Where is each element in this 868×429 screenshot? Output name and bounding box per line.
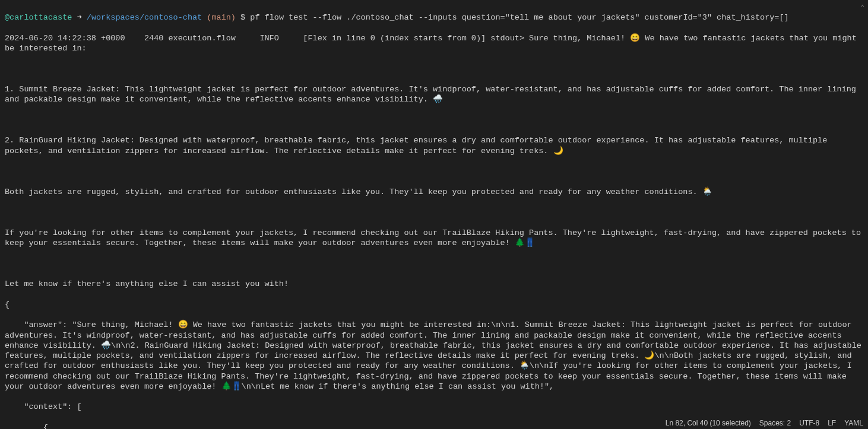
json-open-brace: { xyxy=(5,300,863,310)
log-prefix: [Flex in line 0 (index starts from 0)] s… xyxy=(303,34,529,43)
output-paragraph-5: Let me know if there's anything else I c… xyxy=(5,279,863,289)
scroll-up-icon[interactable]: ⌃ xyxy=(860,4,864,12)
status-lang[interactable]: YAML xyxy=(844,419,863,428)
output-paragraph-2: 2. RainGuard Hiking Jacket: Designed wit… xyxy=(5,135,863,156)
log-level: INFO xyxy=(259,34,278,43)
log-header: 2024-06-20 14:22:38 +0000 2440 execution… xyxy=(5,33,863,54)
status-spaces[interactable]: Spaces: 2 xyxy=(759,419,791,428)
blank-line xyxy=(5,64,863,74)
status-bar: Ln 82, Col 40 (10 selected) Spaces: 2 UT… xyxy=(666,418,863,429)
output-paragraph-4: If you're looking for other items to com… xyxy=(5,228,863,249)
json-answer: "answer": "Sure thing, Michael! 😄 We hav… xyxy=(5,320,863,392)
prompt-branch-close: ) xyxy=(231,13,236,22)
prompt-dollar: $ xyxy=(240,13,245,22)
prompt-branch: main xyxy=(211,13,230,22)
blank-line xyxy=(5,115,863,125)
output-paragraph-1: 1. Summit Breeze Jacket: This lightweigh… xyxy=(5,84,863,105)
output-paragraph-3: Both jackets are rugged, stylish, and cr… xyxy=(5,187,863,197)
terminal-output[interactable]: @carlottacaste ➜ /workspaces/contoso-cha… xyxy=(5,2,863,429)
prompt-username: @carlottacaste xyxy=(5,13,72,22)
prompt-arrow: ➜ xyxy=(77,13,82,22)
status-encoding[interactable]: UTF-8 xyxy=(799,419,819,428)
status-eol[interactable]: LF xyxy=(828,419,836,428)
prompt-line: @carlottacaste ➜ /workspaces/contoso-cha… xyxy=(5,12,863,23)
command-text: pf flow test --flow ./contoso_chat --inp… xyxy=(250,13,788,22)
prompt-path: /workspaces/contoso-chat xyxy=(87,13,202,22)
json-context-open: "context": [ xyxy=(5,402,863,412)
blank-line xyxy=(5,166,863,176)
status-ln-col[interactable]: Ln 82, Col 40 (10 selected) xyxy=(666,419,751,428)
log-timestamp: 2024-06-20 14:22:38 +0000 xyxy=(5,34,125,43)
log-pid: 2440 xyxy=(144,34,163,43)
blank-line xyxy=(5,259,863,269)
log-module: execution.flow xyxy=(168,34,235,43)
blank-line xyxy=(5,207,863,217)
